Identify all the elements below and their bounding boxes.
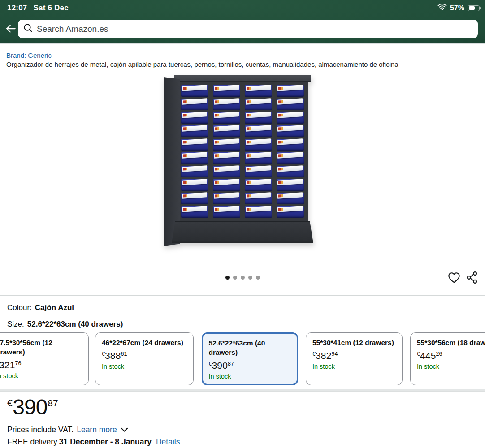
variant-stock-status: In stock — [0, 372, 82, 379]
vat-text: Prices include VAT. — [7, 425, 74, 435]
price-whole: 390 — [13, 397, 47, 418]
price-cents: 87 — [48, 398, 58, 408]
variant-stock-status: In stock — [417, 363, 485, 370]
drawer — [213, 206, 240, 218]
search-input[interactable] — [37, 24, 478, 34]
variant-size-label: 55*30*41cm (12 drawers) — [312, 338, 396, 347]
size-variant-card[interactable]: 37.5*30*56cm (12 drawers) €32176 In stoc… — [0, 332, 89, 385]
variant-size-label: 55*30*56cm (18 drawers) — [417, 338, 485, 347]
chevron-down-icon[interactable] — [117, 425, 128, 435]
drawer — [181, 85, 208, 97]
drawer — [245, 206, 272, 218]
drawer — [277, 206, 304, 218]
carousel-dot[interactable] — [241, 276, 245, 280]
size-variant-card[interactable]: 46*22*67cm (24 drawers) €38861 In stock — [95, 332, 194, 385]
variant-size-label: 52.6*22*63cm (40 drawers) — [209, 338, 291, 357]
variant-price: €39087 — [209, 358, 291, 371]
drawer — [245, 112, 272, 124]
drawer — [245, 193, 272, 204]
drawer — [181, 179, 208, 191]
size-variant-card[interactable]: 55*30*41cm (12 drawers) €38294 In stock — [306, 332, 403, 385]
search-bar[interactable] — [18, 20, 478, 38]
carousel-dot[interactable] — [233, 276, 237, 280]
variant-size-label: 46*22*67cm (24 drawers) — [102, 338, 187, 347]
variant-price: €44526 — [417, 349, 485, 361]
carousel-dot[interactable] — [256, 276, 260, 280]
product-title: Organizador de herrajes de metal, cajón … — [6, 60, 479, 68]
colour-row: Colour:Cajón Azul — [7, 303, 74, 312]
delivery-date: 31 December - 8 January — [59, 437, 152, 446]
drawer — [277, 152, 304, 164]
drawer — [245, 179, 272, 191]
magnifier-icon — [23, 23, 33, 34]
drawer — [213, 179, 240, 191]
colour-label: Colour: — [7, 303, 32, 312]
heart-outline-icon — [447, 279, 461, 286]
share-button[interactable] — [464, 271, 480, 286]
status-bar: 12:07 Sat 6 Dec 57% — [7, 3, 480, 13]
drawer — [245, 139, 272, 151]
drawer — [245, 152, 272, 164]
drawer — [277, 166, 304, 177]
drawer — [213, 193, 240, 204]
vat-line: Prices include VAT. Learn more — [7, 425, 128, 435]
cabinet-illustration — [177, 75, 308, 243]
drawer — [277, 125, 304, 137]
drawer — [277, 139, 304, 151]
drawer — [245, 99, 272, 110]
variant-stock-status: In stock — [312, 363, 396, 370]
learn-more-link[interactable]: Learn more — [77, 425, 117, 435]
wishlist-button[interactable] — [446, 271, 462, 286]
drawer — [213, 139, 240, 151]
drawer — [181, 99, 208, 110]
wifi-icon — [437, 4, 447, 13]
drawer-grid — [177, 82, 308, 221]
drawer — [277, 85, 304, 97]
drawer — [213, 125, 240, 137]
drawer — [245, 85, 272, 97]
app-header: 12:07 Sat 6 Dec 57% — [0, 0, 485, 44]
drawer — [213, 112, 240, 124]
battery-icon — [468, 5, 480, 11]
carousel-dot[interactable] — [248, 276, 252, 280]
product-image[interactable] — [0, 75, 485, 243]
drawer — [213, 166, 240, 177]
drawer — [181, 166, 208, 177]
variant-price: €38294 — [312, 349, 396, 361]
drawer — [181, 152, 208, 164]
section-separator-band — [0, 389, 485, 392]
drawer — [181, 193, 208, 204]
delivery-prefix: FREE delivery — [7, 437, 57, 446]
size-value: 52.6*22*63cm (40 drawers) — [27, 320, 123, 328]
delivery-details-link[interactable]: Details — [156, 437, 180, 446]
size-variant-card[interactable]: 55*30*56cm (18 drawers) €44526 In stock — [410, 332, 485, 385]
drawer — [181, 125, 208, 137]
cabinet-top — [174, 75, 311, 82]
size-label: Size: — [7, 320, 24, 328]
section-divider — [0, 295, 485, 296]
carousel-dot[interactable] — [225, 276, 230, 280]
drawer — [277, 112, 304, 124]
back-button[interactable] — [4, 22, 18, 36]
variant-price: €32176 — [0, 358, 82, 370]
colour-value: Cajón Azul — [35, 303, 74, 312]
drawer — [181, 112, 208, 124]
drawer — [181, 206, 208, 218]
drawer — [245, 125, 272, 137]
drawer — [181, 139, 208, 151]
size-variant-card[interactable]: 52.6*22*63cm (40 drawers) €39087 In stoc… — [202, 332, 298, 385]
brand-link[interactable]: Brand: Generic — [6, 52, 52, 59]
drawer — [277, 193, 304, 204]
battery-percent: 57% — [450, 4, 464, 12]
drawer — [213, 152, 240, 164]
delivery-line: FREE delivery31 December - 8 January.Det… — [7, 437, 180, 447]
variant-strip: 37.5*30*56cm (12 drawers) €32176 In stoc… — [0, 332, 485, 387]
drawer — [245, 166, 272, 177]
cabinet-side-panel — [164, 77, 180, 246]
drawer — [213, 85, 240, 97]
drawer — [277, 99, 304, 110]
variant-stock-status: In stock — [102, 363, 187, 370]
carousel-dots[interactable] — [0, 276, 485, 280]
price-currency: € — [7, 398, 13, 408]
delivery-suffix: . — [152, 437, 154, 446]
